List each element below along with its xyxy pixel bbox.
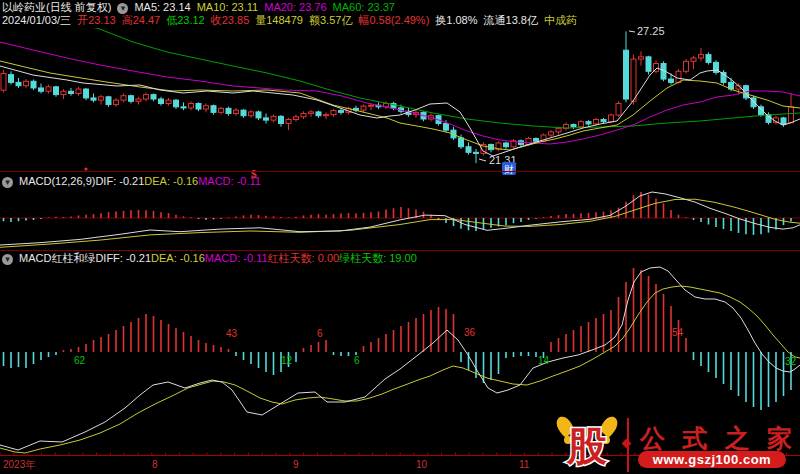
candle: [354, 106, 359, 113]
candle: [504, 142, 509, 149]
candle: [136, 97, 141, 105]
quote-segment: 换1.08%: [435, 14, 477, 26]
custom-header-segment: MACD红柱和绿: [19, 252, 95, 264]
candle: [234, 108, 239, 116]
candle: [271, 115, 276, 123]
quote-segment: 收23.85: [211, 14, 250, 26]
title-bar: 以岭药业(日线 前复权)▾MA5: 23.14MA10: 23.11MA20: …: [2, 1, 401, 14]
streak-count-label: 6: [317, 328, 323, 339]
candle: [174, 99, 179, 109]
candle: [316, 111, 321, 118]
candle: [91, 93, 96, 102]
collapse-chevron-icon[interactable]: ▾: [117, 3, 128, 14]
stock-app-window: 27.2521.31财$62431266361454322023年891011 …: [0, 0, 800, 474]
candle: [789, 93, 794, 123]
logo-character: 股: [566, 424, 607, 468]
axis-label: 11: [519, 459, 530, 470]
candle: [114, 98, 119, 107]
custom-panel-header: ▾MACD红柱和绿DIFF: -0.21DEA: -0.16MACD: -0.1…: [2, 252, 417, 265]
streak-count-label: 14: [538, 355, 550, 366]
candle: [256, 111, 261, 121]
candle: [61, 89, 66, 99]
macd-header-segment: MACD: -0.11: [198, 175, 261, 187]
candle: [129, 95, 134, 104]
axis-label: 9: [293, 459, 299, 470]
quote-bar: 2024/01/03/三开23.13高24.47低23.12收23.85量148…: [2, 14, 583, 26]
candle: [646, 56, 651, 75]
title-segment: MA20: 23.76: [264, 1, 326, 13]
candle: [204, 103, 209, 112]
axis-label: 2023年: [3, 459, 35, 470]
quote-segment: 流通13.8亿: [484, 14, 538, 26]
high-price-label: 27.25: [637, 25, 665, 37]
candle: [301, 111, 306, 119]
bull-logo-icon: 股: [552, 414, 622, 474]
candle: [249, 110, 254, 118]
title-segment: MA5: 23.14: [134, 1, 190, 13]
candle: [24, 79, 29, 88]
axis-label: 8: [152, 459, 158, 470]
candle: [639, 51, 644, 65]
quote-segment: 低23.12: [166, 14, 205, 26]
quote-segment: 开23.13: [77, 14, 116, 26]
candle: [106, 96, 111, 107]
candle: [706, 52, 711, 64]
candle: [624, 31, 629, 102]
candle: [159, 97, 164, 106]
macd-header-segment: DIF: -0.21: [95, 175, 144, 187]
axis-label: 10: [416, 459, 428, 470]
custom-header-segment: MACD: -0.11: [205, 252, 268, 264]
streak-count-label: 43: [226, 328, 238, 339]
streak-count-label: 32: [785, 356, 797, 367]
collapse-chevron-icon[interactable]: ▾: [2, 254, 13, 265]
candle: [166, 98, 171, 106]
candle: [324, 112, 329, 119]
candle: [76, 87, 81, 96]
streak-count-label: 54: [672, 327, 684, 338]
watermark: 股 公式之家 www.gszj100.com: [552, 412, 800, 474]
candle: [309, 110, 314, 117]
streak-count-label: 6: [354, 355, 360, 366]
candle: [219, 107, 224, 115]
candle: [84, 88, 89, 100]
candle: [714, 60, 719, 74]
candle: [9, 71, 14, 84]
candle: [466, 142, 471, 154]
collapse-chevron-icon[interactable]: ▾: [2, 177, 13, 188]
candle: [54, 86, 59, 97]
candle: [699, 48, 704, 61]
candle: [721, 70, 726, 84]
candle: [121, 93, 126, 102]
candle: [144, 92, 149, 101]
macd-panel: [0, 192, 800, 247]
title-segment: MA10: 23.11: [197, 1, 259, 13]
macd-header-segment: MACD(12,26,9): [19, 175, 95, 187]
candle: [1, 70, 6, 93]
candle: [241, 109, 246, 118]
candle: [361, 105, 366, 113]
candle: [99, 95, 104, 105]
candle: [16, 78, 21, 88]
candle: [286, 118, 291, 130]
quote-segment: 2024/01/03/三: [2, 14, 71, 26]
candle: [31, 80, 36, 91]
dot-marker: [84, 167, 87, 170]
kline-panel: [0, 16, 800, 163]
candle: [586, 120, 591, 126]
candle: [279, 115, 284, 127]
candle: [69, 88, 74, 96]
candle: [519, 139, 524, 146]
custom-header-segment: DIFF: -0.21: [95, 252, 151, 264]
quote-segment: 中成药: [544, 14, 577, 26]
watermark-url: www.gszj100.com: [638, 451, 786, 468]
candle: [151, 93, 156, 101]
streak-count-label: 62: [74, 355, 86, 366]
title-segment: 以岭药业(日线 前复权): [2, 1, 111, 13]
macd-header-segment: DEA: -0.16: [144, 175, 198, 187]
candle: [181, 102, 186, 110]
candle: [39, 84, 44, 94]
diamond-icon: [622, 439, 632, 449]
quote-segment: 额3.57亿: [309, 14, 352, 26]
candle: [549, 130, 554, 137]
streak-count-label: 12: [281, 355, 293, 366]
